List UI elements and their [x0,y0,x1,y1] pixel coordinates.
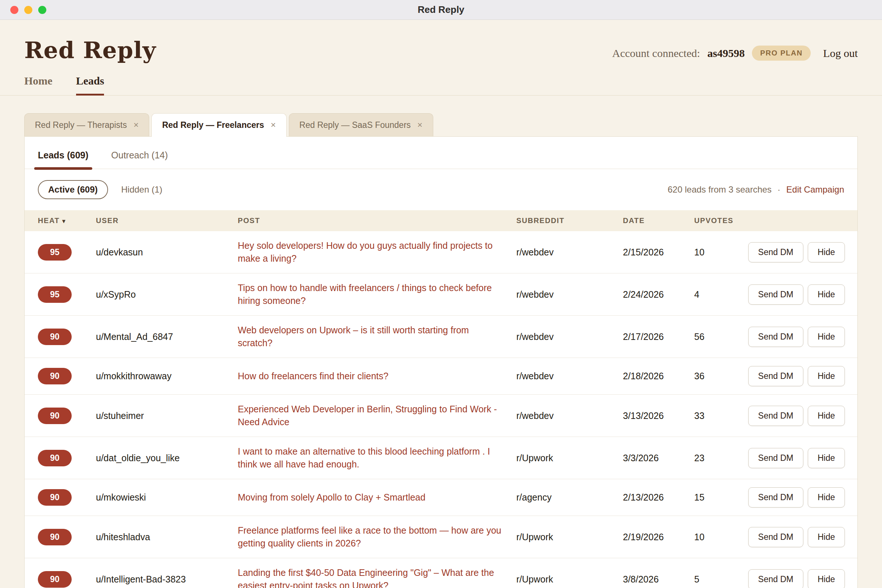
date-cell: 2/18/2026 [623,371,691,381]
subreddit-cell: r/webdev [516,411,620,421]
table-row: 90 u/hiteshladva Freelance platforms fee… [25,516,857,558]
hide-button[interactable]: Hide [808,327,845,347]
post-link[interactable]: Landing the first $40-50 Data Engineerin… [238,566,513,588]
hide-button[interactable]: Hide [808,242,845,262]
heat-cell: 95 [38,244,93,261]
date-cell: 2/13/2026 [623,492,691,503]
column-header-subreddit: Subreddit [516,216,620,225]
heat-badge: 90 [38,368,72,384]
close-tab-icon[interactable]: × [134,120,138,130]
actions-cell: Send DM Hide [752,569,845,588]
user-cell: u/hiteshladva [96,532,235,542]
actions-cell: Send DM Hide [752,448,845,468]
post-link[interactable]: Hey solo developers! How do you guys act… [238,239,513,265]
hide-button[interactable]: Hide [808,527,845,547]
close-tab-icon[interactable]: × [271,120,276,130]
close-tab-icon[interactable]: × [417,120,423,130]
table-row: 95 u/devkasun Hey solo developers! How d… [25,231,857,273]
subreddit-cell: r/webdev [516,289,620,300]
campaign-tabs: Red Reply — Therapists × Red Reply — Fre… [0,96,882,136]
heat-cell: 90 [38,368,93,384]
column-header-heat[interactable]: Heat ▾ [38,216,93,225]
user-cell: u/xSypRo [96,289,235,300]
post-link[interactable]: Tips on how to handle with freelancers /… [238,282,513,307]
upvotes-cell: 4 [694,289,749,300]
table-header: Heat ▾ User Post Subreddit Date Upvotes [25,210,857,231]
send-dm-button[interactable]: Send DM [748,448,803,468]
send-dm-button[interactable]: Send DM [748,487,803,507]
window-titlebar: Red Reply [0,0,882,20]
nav-item-leads[interactable]: Leads [76,75,104,96]
actions-cell: Send DM Hide [752,327,845,347]
heat-cell: 90 [38,408,93,424]
subreddit-cell: r/agency [516,492,620,503]
send-dm-button[interactable]: Send DM [748,366,803,386]
table-row: 95 u/xSypRo Tips on how to handle with f… [25,273,857,315]
send-dm-button[interactable]: Send DM [748,327,803,347]
account-area: Account connected: as49598 PRO PLAN Log … [612,46,858,64]
tab-outreach[interactable]: Outreach (14) [111,150,168,169]
filter-left: Active (609) Hidden (1) [38,180,162,199]
campaign-tab-saas-founders[interactable]: Red Reply — SaaS Founders × [289,113,433,136]
upvotes-cell: 23 [694,453,749,464]
subreddit-cell: r/webdev [516,247,620,258]
heat-cell: 95 [38,286,93,303]
post-link[interactable]: Web developers on Upwork – is it still w… [238,324,513,350]
window-title: Red Reply [0,4,882,15]
plan-badge: PRO PLAN [752,46,810,61]
nav-item-home[interactable]: Home [24,75,52,95]
tab-leads[interactable]: Leads (609) [38,150,88,169]
hide-button[interactable]: Hide [808,285,845,304]
hide-button[interactable]: Hide [808,487,845,507]
heat-header-label: Heat [38,216,60,225]
logout-link[interactable]: Log out [823,47,858,60]
account-connected-label: Account connected: [612,47,700,60]
app-header: Red Reply Account connected: as49598 PRO… [0,20,882,64]
actions-cell: Send DM Hide [752,242,845,262]
hide-button[interactable]: Hide [808,448,845,468]
filter-hidden[interactable]: Hidden (1) [121,184,162,195]
column-header-date: Date [623,216,691,225]
heat-cell: 90 [38,571,93,588]
subreddit-cell: r/webdev [516,371,620,381]
actions-cell: Send DM Hide [752,366,845,386]
upvotes-cell: 10 [694,532,749,542]
post-link[interactable]: I want to make an alternative to this bl… [238,445,513,471]
post-link[interactable]: Moving from solely Apollo to Clay + Smar… [238,491,513,504]
panel-tabs: Leads (609) Outreach (14) [25,137,857,169]
heat-badge: 90 [38,450,72,466]
subreddit-cell: r/webdev [516,332,620,342]
post-link[interactable]: Freelance platforms feel like a race to … [238,524,513,550]
user-cell: u/Intelligent-Bad-3823 [96,574,235,585]
user-cell: u/mokkithrowaway [96,371,235,381]
date-cell: 3/13/2026 [623,411,691,421]
hide-button[interactable]: Hide [808,366,845,386]
date-cell: 3/3/2026 [623,453,691,464]
account-id: as49598 [707,47,745,60]
hide-button[interactable]: Hide [808,569,845,588]
edit-campaign-link[interactable]: Edit Campaign [786,184,844,195]
send-dm-button[interactable]: Send DM [748,285,803,304]
heat-cell: 90 [38,450,93,466]
hide-button[interactable]: Hide [808,406,845,426]
app-title: Red Reply [24,37,156,64]
heat-cell: 90 [38,529,93,545]
upvotes-cell: 36 [694,371,749,381]
campaign-tab-freelancers[interactable]: Red Reply — Freelancers × [152,113,286,137]
campaign-tab-therapists[interactable]: Red Reply — Therapists × [24,113,149,136]
campaign-tab-label: Red Reply — Therapists [35,120,127,130]
post-link[interactable]: How do freelancers find their clients? [238,370,513,382]
post-link[interactable]: Experienced Web Developer in Berlin, Str… [238,403,513,429]
send-dm-button[interactable]: Send DM [748,242,803,262]
filter-active[interactable]: Active (609) [38,180,108,199]
main-nav: Home Leads [0,64,882,96]
send-dm-button[interactable]: Send DM [748,406,803,426]
upvotes-cell: 33 [694,411,749,421]
date-cell: 2/15/2026 [623,247,691,258]
send-dm-button[interactable]: Send DM [748,527,803,547]
date-cell: 2/24/2026 [623,289,691,300]
column-header-user: User [96,216,235,225]
campaign-panel: Leads (609) Outreach (14) Active (609) H… [24,136,858,588]
user-cell: u/dat_oldie_you_like [96,453,235,464]
send-dm-button[interactable]: Send DM [748,569,803,588]
